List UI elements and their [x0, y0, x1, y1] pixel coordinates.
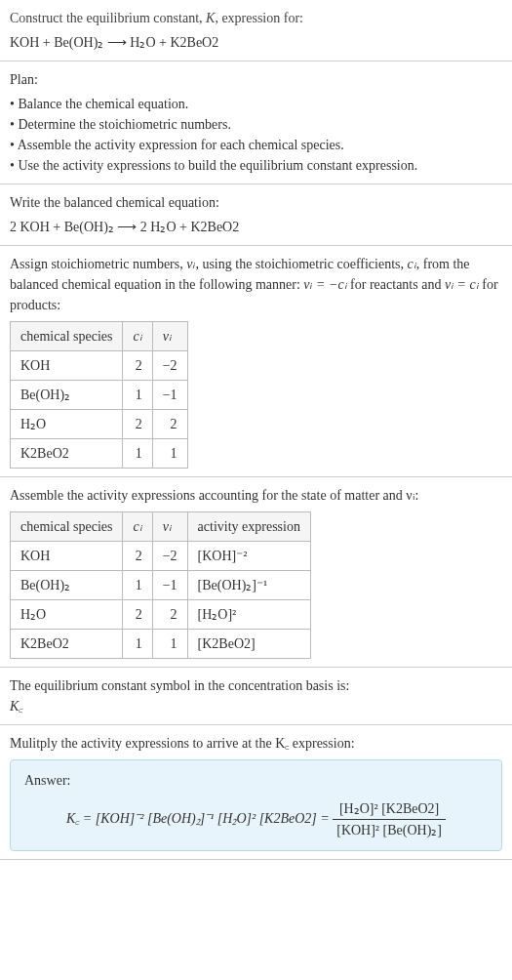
symbol-value: K꜀ — [10, 696, 502, 716]
stoich-rel1: νᵢ = −cᵢ — [303, 277, 346, 292]
table-row: Be(OH)₂1−1 — [11, 381, 188, 410]
k-symbol: K — [206, 11, 215, 25]
answer-expression: K꜀ = [KOH]⁻² [Be(OH)₂]⁻¹ [H₂O]² [K2BeO2]… — [24, 798, 488, 840]
stoich-section: Assign stoichiometric numbers, νᵢ, using… — [0, 246, 512, 477]
stoich-table: chemical species cᵢ νᵢ KOH2−2 Be(OH)₂1−1… — [10, 321, 188, 469]
fraction-denominator: [KOH]² [Be(OH)₂] — [333, 820, 446, 840]
answer-box: Answer: K꜀ = [KOH]⁻² [Be(OH)₂]⁻¹ [H₂O]² … — [10, 759, 502, 851]
cell: 1 — [123, 630, 152, 659]
stoich-t1: Assign stoichiometric numbers, — [10, 257, 186, 271]
table-row: H₂O22 — [11, 410, 188, 439]
stoich-rel2: νᵢ = cᵢ — [445, 277, 479, 292]
cell: H₂O — [11, 600, 123, 630]
cell: Be(OH)₂ — [11, 381, 123, 410]
intro-text-2: , expression for: — [215, 11, 303, 25]
activity-table: chemical species cᵢ νᵢ activity expressi… — [10, 511, 311, 659]
plan-item: Determine the stoichiometric numbers. — [10, 114, 502, 135]
balanced-header: Write the balanced chemical equation: — [10, 192, 502, 213]
col-activity: activity expression — [187, 512, 310, 542]
fraction-numerator: [H₂O]² [K2BeO2] — [333, 798, 446, 820]
plan-item: Assemble the activity expression for eac… — [10, 135, 502, 155]
table-row: K2BeO211[K2BeO2] — [11, 630, 311, 659]
answer-label: Answer: — [24, 770, 488, 791]
cell: K2BeO2 — [11, 630, 123, 659]
intro-text-1: Construct the equilibrium constant, — [10, 11, 206, 25]
cell: −2 — [152, 542, 187, 571]
symbol-header: The equilibrium constant symbol in the c… — [10, 675, 502, 696]
plan-item: Balance the chemical equation. — [10, 94, 502, 114]
col-species: chemical species — [11, 512, 123, 542]
table-row: Be(OH)₂1−1[Be(OH)₂]⁻¹ — [11, 571, 311, 600]
activity-section: Assemble the activity expressions accoun… — [0, 477, 512, 668]
cell: [K2BeO2] — [187, 630, 310, 659]
multiply-header: Mulitply the activity expressions to arr… — [10, 733, 502, 754]
col-vi: νᵢ — [152, 322, 187, 351]
cell: [KOH]⁻² — [187, 542, 310, 571]
cell: −1 — [152, 571, 187, 600]
activity-header: Assemble the activity expressions accoun… — [10, 485, 502, 506]
cell: 2 — [123, 600, 152, 630]
stoich-text: Assign stoichiometric numbers, νᵢ, using… — [10, 254, 502, 315]
cell: KOH — [11, 542, 123, 571]
cell: H₂O — [11, 410, 123, 439]
table-row: H₂O22[H₂O]² — [11, 600, 311, 630]
plan-list: Balance the chemical equation. Determine… — [10, 94, 502, 176]
symbol-section: The equilibrium constant symbol in the c… — [0, 668, 512, 725]
table-row: KOH2−2[KOH]⁻² — [11, 542, 311, 571]
cell: 1 — [123, 381, 152, 410]
cell: [Be(OH)₂]⁻¹ — [187, 571, 310, 600]
table-header-row: chemical species cᵢ νᵢ activity expressi… — [11, 512, 311, 542]
plan-section: Plan: Balance the chemical equation. Det… — [0, 61, 512, 184]
cell: Be(OH)₂ — [11, 571, 123, 600]
col-ci: cᵢ — [123, 322, 152, 351]
cell: 2 — [123, 542, 152, 571]
cell: 2 — [152, 410, 187, 439]
col-species: chemical species — [11, 322, 123, 351]
cell: 1 — [152, 439, 187, 469]
balanced-section: Write the balanced chemical equation: 2 … — [0, 184, 512, 246]
cell: 2 — [123, 351, 152, 381]
cell: K2BeO2 — [11, 439, 123, 469]
cell: 1 — [123, 571, 152, 600]
col-ci: cᵢ — [123, 512, 152, 542]
balanced-equation: 2 KOH + Be(OH)₂ ⟶ 2 H₂O + K2BeO2 — [10, 217, 502, 237]
plan-item: Use the activity expressions to build th… — [10, 155, 502, 176]
cell: 2 — [123, 410, 152, 439]
intro-equation: KOH + Be(OH)₂ ⟶ H₂O + K2BeO2 — [10, 32, 502, 53]
cell: KOH — [11, 351, 123, 381]
cell: 1 — [152, 630, 187, 659]
cell: [H₂O]² — [187, 600, 310, 630]
cell: 1 — [123, 439, 152, 469]
stoich-ci: cᵢ — [408, 257, 416, 271]
table-row: KOH2−2 — [11, 351, 188, 381]
answer-fraction: [H₂O]² [K2BeO2] [KOH]² [Be(OH)₂] — [333, 798, 446, 840]
cell: −2 — [152, 351, 187, 381]
multiply-section: Mulitply the activity expressions to arr… — [0, 725, 512, 860]
stoich-t2: , using the stoichiometric coefficients, — [195, 257, 407, 271]
table-row: K2BeO211 — [11, 439, 188, 469]
intro-line: Construct the equilibrium constant, K, e… — [10, 8, 502, 28]
table-header-row: chemical species cᵢ νᵢ — [11, 322, 188, 351]
cell: 2 — [152, 600, 187, 630]
intro-section: Construct the equilibrium constant, K, e… — [0, 0, 512, 61]
stoich-t4: for reactants and — [347, 277, 445, 292]
plan-header: Plan: — [10, 69, 502, 90]
col-vi: νᵢ — [152, 512, 187, 542]
answer-lhs: K꜀ = [KOH]⁻² [Be(OH)₂]⁻¹ [H₂O]² [K2BeO2]… — [66, 811, 333, 826]
cell: −1 — [152, 381, 187, 410]
